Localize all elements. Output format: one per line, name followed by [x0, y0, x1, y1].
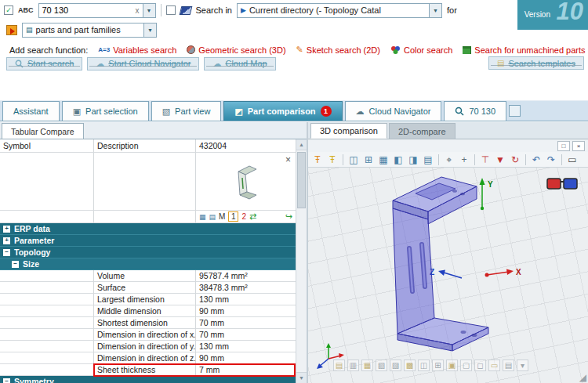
search-dropdown-arrow-icon[interactable]: ▼ — [143, 4, 155, 17]
search-templates-button[interactable]: ▤ Search templates — [488, 56, 584, 70]
geometric-search-link[interactable]: Geometric search (3D) — [187, 45, 285, 55]
table-row-middle-dimension[interactable]: Middle dimension 90 mm — [0, 305, 296, 317]
section-symmetry[interactable]: − Symmetry — [0, 376, 296, 383]
close-window-button[interactable]: × — [572, 141, 585, 151]
page-1-button[interactable]: 1 — [228, 211, 238, 222]
sync-icon[interactable]: ⇄ — [249, 211, 256, 222]
front-view-icon[interactable]: ▧ — [376, 360, 387, 371]
compare-table-icon[interactable]: ◫ — [347, 153, 361, 166]
rotate-view-icon[interactable]: ↻ — [508, 153, 522, 166]
wireframe-icon[interactable]: ▣ — [446, 360, 458, 371]
fullscreen-icon[interactable]: ▭ — [565, 153, 579, 166]
erase-checkbox[interactable] — [166, 5, 176, 15]
tab-cloud-navigator[interactable]: ☁ Cloud Navigator — [345, 101, 442, 121]
page-2-button[interactable]: 2 — [241, 212, 246, 221]
snapshot-icon[interactable]: ▭ — [488, 360, 500, 371]
part-thumbnail[interactable] — [233, 162, 260, 201]
section-erp-data[interactable]: + ERP data — [0, 223, 296, 235]
zoom-tool-icon[interactable]: ▥ — [347, 360, 359, 371]
tab-part-view[interactable]: ▧ Part view — [151, 101, 222, 121]
table-row-dimension-x[interactable]: Dimension in direction of x... 70 mm — [0, 329, 296, 341]
eraser-icon[interactable] — [179, 6, 192, 15]
stereo-glasses-icon[interactable] — [546, 175, 578, 195]
tab-part-comparison[interactable]: ◩ Part comparison 1 — [223, 101, 342, 121]
compare-split-icon[interactable]: ◧ — [391, 153, 405, 166]
tab-assistant[interactable]: Assistant — [2, 101, 60, 121]
rotate-tool-icon[interactable]: ▦ — [361, 360, 373, 371]
section-topology[interactable]: − Topology — [0, 247, 296, 258]
start-cloud-navigator-button[interactable]: ☁ Start Cloud Navigator — [87, 57, 199, 70]
text-search-checkbox[interactable]: ✓ — [4, 5, 13, 15]
iso-view-icon[interactable]: ◫ — [418, 360, 430, 371]
sheet-view-icon[interactable]: ▤ — [209, 213, 216, 221]
compare-link-icon[interactable]: ◨ — [406, 153, 420, 166]
expand-icon[interactable]: + — [3, 237, 10, 244]
section-size[interactable]: − Size — [0, 258, 296, 270]
grid-toggle-icon[interactable]: ◻ — [474, 360, 486, 371]
tab-3d-comparison[interactable]: 3D comparison — [310, 123, 387, 139]
tab-part-selection[interactable]: ▣ Part selection — [62, 101, 149, 121]
variables-search-link[interactable]: A=3 Variables search — [98, 45, 176, 55]
measure-icon[interactable]: ⊤ — [478, 153, 492, 166]
row-name: Dimension in direction of z... — [94, 352, 196, 364]
cloud-map-button[interactable]: ☁ Cloud Map — [204, 57, 275, 70]
table-row-dimension-z[interactable]: Dimension in direction of z... 90 mm — [0, 352, 296, 364]
side-view-icon[interactable]: ▩ — [404, 360, 416, 371]
scroll-down-button[interactable]: ▼ — [296, 372, 307, 383]
views-dropdown-icon[interactable]: ▾ — [517, 360, 528, 371]
mode-label[interactable]: M — [219, 212, 225, 221]
undo-icon[interactable]: ↶ — [529, 153, 543, 166]
collapse-icon[interactable]: − — [3, 378, 10, 383]
scroll-up-button[interactable]: ▲ — [296, 139, 307, 150]
part-filter-icon[interactable]: Ŧ — [310, 153, 325, 166]
table-row-surface[interactable]: Surface 38478.3 mm² — [0, 282, 296, 294]
assembly-filter-icon[interactable]: Ŧ — [325, 153, 339, 166]
restore-window-button[interactable]: □ — [557, 141, 570, 151]
compare-sync-icon[interactable]: ▤ — [421, 153, 435, 166]
tab-overflow-button[interactable] — [509, 105, 521, 117]
export-icon[interactable]: ↪ — [285, 211, 292, 222]
resize-grip[interactable]: ◢ — [579, 372, 586, 383]
table-row-shortest-dimension[interactable]: Shortest dimension 70 mm — [0, 317, 296, 329]
tab-2d-compare[interactable]: 2D-compare — [389, 123, 456, 139]
part-3d-model[interactable]: Y X Z — [308, 168, 586, 383]
compare-overlay-icon[interactable]: ▦ — [376, 153, 390, 166]
sketch-search-link[interactable]: ✎ Sketch search (2D) — [296, 45, 380, 55]
color-search-link[interactable]: Color search — [390, 45, 452, 55]
filter-funnel-icon[interactable]: ▼ — [493, 153, 507, 166]
tab-tabular-compare[interactable]: Tabular Compare — [2, 123, 84, 139]
shading-icon[interactable]: ⊞ — [432, 360, 444, 371]
collapse-icon[interactable]: − — [12, 261, 19, 268]
add-search-label: Add search function: — [9, 45, 88, 55]
compare-grid-icon[interactable]: ⊞ — [361, 153, 376, 166]
viewport-3d[interactable]: Y X Z — [308, 168, 588, 383]
scrollbar-thumb[interactable] — [297, 152, 306, 208]
category-select[interactable]: ▤ parts and part families ▼ — [22, 23, 157, 38]
table-row-largest-dimension[interactable]: Largest dimension 130 mm — [0, 294, 296, 305]
table-row-sheet-thickness[interactable]: Sheet thickness 7 mm — [0, 364, 296, 376]
start-search-button[interactable]: Start search — [6, 57, 82, 70]
tab-search-result[interactable]: 70 130 — [444, 101, 506, 121]
animation-icon[interactable]: ▤ — [503, 360, 514, 371]
clear-search-button[interactable]: x — [132, 6, 143, 15]
sketch-search-icon: ✎ — [296, 45, 303, 55]
redo-icon[interactable]: ↷ — [544, 153, 558, 166]
center-part-icon[interactable]: ⌖ — [442, 153, 456, 166]
expand-icon[interactable]: + — [3, 226, 10, 233]
collapse-icon[interactable]: − — [3, 249, 10, 256]
fit-view-icon[interactable]: + — [457, 153, 471, 166]
unmachined-search-link[interactable]: Search for unmachined parts — [463, 45, 585, 55]
pan-tool-icon[interactable]: ▤ — [333, 360, 345, 371]
table-row-volume[interactable]: Volume 95787.4 mm² — [0, 270, 296, 282]
transparency-icon[interactable]: ▢ — [460, 360, 472, 371]
search-input[interactable] — [39, 4, 132, 17]
top-view-icon[interactable]: ▨ — [390, 360, 401, 371]
section-parameter[interactable]: + Parameter — [0, 235, 296, 247]
table-row-dimension-y[interactable]: Dimension in direction of y... 130 mm — [0, 341, 296, 352]
directory-dropdown-arrow-icon[interactable]: ▼ — [429, 4, 441, 17]
row-name: Middle dimension — [94, 305, 196, 317]
table-view-icon[interactable]: ▦ — [199, 213, 206, 221]
remove-part-button[interactable]: × — [285, 155, 291, 164]
search-directory-select[interactable]: ▶ Current directory (- Topology Catal ▼ — [237, 3, 442, 18]
category-dropdown-arrow-icon[interactable]: ▼ — [143, 23, 156, 37]
